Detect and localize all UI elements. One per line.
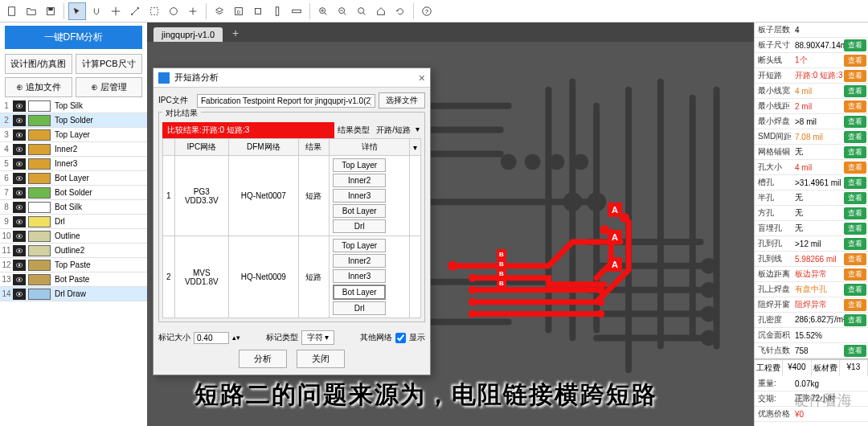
layer-row[interactable]: 3 Top Layer bbox=[0, 128, 147, 142]
visibility-icon[interactable] bbox=[13, 216, 26, 227]
view-button[interactable]: 查看 bbox=[844, 55, 866, 67]
pcb-marker[interactable]: A bbox=[608, 230, 622, 244]
layers-icon[interactable] bbox=[211, 2, 228, 20]
view-button[interactable]: 查看 bbox=[844, 223, 866, 235]
detail-layer-button[interactable]: Inner2 bbox=[333, 254, 386, 268]
tool-a-icon[interactable] bbox=[165, 2, 182, 20]
view-button[interactable]: 查看 bbox=[844, 207, 866, 219]
layer-row[interactable]: 14 Drl Draw bbox=[0, 287, 147, 301]
view-button[interactable]: 查看 bbox=[844, 314, 866, 326]
detail-layer-button[interactable]: Bot Layer bbox=[333, 204, 386, 218]
layer-row[interactable]: 5 Inner3 bbox=[0, 157, 147, 171]
dialog-titlebar[interactable]: 开短路分析 × bbox=[154, 68, 430, 88]
open-icon[interactable] bbox=[23, 2, 40, 20]
pcb-marker[interactable]: B bbox=[497, 249, 506, 259]
view-button[interactable]: 查看 bbox=[844, 39, 866, 51]
dfm-icon[interactable]: D bbox=[230, 2, 248, 20]
layer-row[interactable]: 12 Top Paste bbox=[0, 258, 147, 272]
zoom-in-icon[interactable] bbox=[314, 2, 332, 20]
visibility-icon[interactable] bbox=[13, 115, 26, 126]
view-button[interactable]: 查看 bbox=[844, 85, 866, 97]
ipc-file-input[interactable] bbox=[197, 94, 375, 108]
save-icon[interactable] bbox=[42, 2, 59, 20]
layer-row[interactable]: 11 Outline2 bbox=[0, 244, 147, 258]
view-button[interactable]: 查看 bbox=[844, 299, 866, 311]
view-button[interactable]: 查看 bbox=[844, 131, 866, 143]
detail-layer-button[interactable]: Drl bbox=[333, 301, 386, 315]
detail-layer-button[interactable]: Inner3 bbox=[333, 189, 386, 203]
view-button[interactable]: 查看 bbox=[844, 116, 866, 128]
view-button[interactable]: 查看 bbox=[844, 162, 866, 174]
ruler-h-icon[interactable] bbox=[288, 2, 305, 20]
visibility-icon[interactable] bbox=[13, 274, 26, 285]
marker-size-input[interactable] bbox=[194, 332, 229, 344]
view-button[interactable]: 查看 bbox=[844, 100, 866, 113]
pcb-marker[interactable]: A bbox=[608, 257, 622, 272]
measure-icon[interactable] bbox=[126, 2, 144, 20]
view-button[interactable]: 查看 bbox=[844, 192, 866, 204]
detail-layer-button[interactable]: Inner3 bbox=[333, 269, 386, 283]
layer-row[interactable]: 2 Top Solder bbox=[0, 113, 147, 128]
layer-manage-button[interactable]: ⊕ 层管理 bbox=[76, 77, 143, 97]
detail-layer-button[interactable]: Inner2 bbox=[333, 174, 386, 187]
pan-icon[interactable] bbox=[107, 2, 125, 20]
ruler-v-icon[interactable] bbox=[268, 2, 286, 20]
pcb-marker[interactable]: A bbox=[608, 203, 622, 217]
close-button[interactable]: 关闭 bbox=[297, 350, 345, 368]
pcb-marker[interactable]: B bbox=[497, 268, 506, 278]
dfm-analyze-button[interactable]: 一键DFM分析 bbox=[5, 26, 142, 49]
layer-row[interactable]: 4 Inner2 bbox=[0, 142, 147, 157]
zoom-icon[interactable] bbox=[353, 2, 371, 20]
home-icon[interactable] bbox=[372, 2, 390, 20]
result-row[interactable]: 1 PG3 VDD3.3V HQ-Net0007 短路 Top LayerInn… bbox=[163, 156, 421, 236]
layer-row[interactable]: 8 Bot Silk bbox=[0, 200, 147, 215]
view-button[interactable]: 查看 bbox=[844, 70, 866, 82]
pcb-marker[interactable]: B bbox=[497, 259, 506, 268]
design-sim-button[interactable]: 设计图/仿真图 bbox=[5, 54, 72, 74]
visibility-icon[interactable] bbox=[13, 173, 26, 184]
visibility-icon[interactable] bbox=[13, 260, 26, 271]
zoom-out-icon[interactable] bbox=[334, 2, 351, 20]
tool-b-icon[interactable] bbox=[184, 2, 202, 20]
other-nets-checkbox[interactable] bbox=[395, 333, 406, 343]
layer-row[interactable]: 9 Drl bbox=[0, 215, 147, 229]
fit-icon[interactable] bbox=[249, 2, 267, 20]
detail-layer-button[interactable]: Bot Layer bbox=[333, 285, 386, 300]
marker-type-select[interactable]: 字符 ▾ bbox=[301, 330, 335, 345]
visibility-icon[interactable] bbox=[13, 144, 26, 155]
visibility-icon[interactable] bbox=[13, 158, 26, 170]
new-tab-button[interactable]: + bbox=[226, 24, 245, 42]
detail-layer-button[interactable]: Top Layer bbox=[333, 239, 386, 252]
detail-layer-button[interactable]: Drl bbox=[333, 219, 386, 233]
calc-pcb-size-button[interactable]: 计算PCB尺寸 bbox=[76, 54, 143, 74]
refresh-icon[interactable] bbox=[391, 2, 409, 20]
select-file-button[interactable]: 选择文件 bbox=[379, 92, 425, 109]
select-icon[interactable] bbox=[68, 2, 86, 20]
view-button[interactable]: 查看 bbox=[844, 177, 866, 189]
visibility-icon[interactable] bbox=[13, 100, 26, 112]
close-icon[interactable]: × bbox=[419, 72, 425, 84]
layer-row[interactable]: 1 Top Silk bbox=[0, 99, 147, 113]
visibility-icon[interactable] bbox=[13, 289, 26, 300]
view-button[interactable]: 查看 bbox=[844, 146, 866, 158]
layer-row[interactable]: 7 Bot Solder bbox=[0, 186, 147, 200]
layer-row[interactable]: 6 Bot Layer bbox=[0, 171, 147, 186]
snap-icon[interactable] bbox=[145, 2, 163, 20]
analyze-button[interactable]: 分析 bbox=[239, 350, 287, 368]
view-button[interactable]: 查看 bbox=[844, 345, 866, 357]
add-file-button[interactable]: ⊕ 追加文件 bbox=[5, 77, 72, 97]
visibility-icon[interactable] bbox=[13, 202, 26, 213]
view-button[interactable]: 查看 bbox=[844, 268, 866, 281]
grab-icon[interactable] bbox=[88, 2, 105, 20]
help-icon[interactable]: ? bbox=[418, 2, 436, 20]
pcb-marker[interactable]: B bbox=[497, 278, 506, 288]
document-tab[interactable]: jingquprj-v1.0 bbox=[154, 27, 223, 42]
new-icon[interactable] bbox=[3, 2, 21, 20]
visibility-icon[interactable] bbox=[13, 245, 26, 256]
result-row[interactable]: 2 MVS VDD1.8V HQ-Net0009 短路 Top LayerInn… bbox=[163, 236, 421, 318]
layer-row[interactable]: 13 Bot Paste bbox=[0, 272, 147, 287]
layer-row[interactable]: 10 Outline bbox=[0, 229, 147, 244]
visibility-icon[interactable] bbox=[13, 187, 26, 199]
view-button[interactable]: 查看 bbox=[844, 238, 866, 250]
visibility-icon[interactable] bbox=[13, 129, 26, 141]
